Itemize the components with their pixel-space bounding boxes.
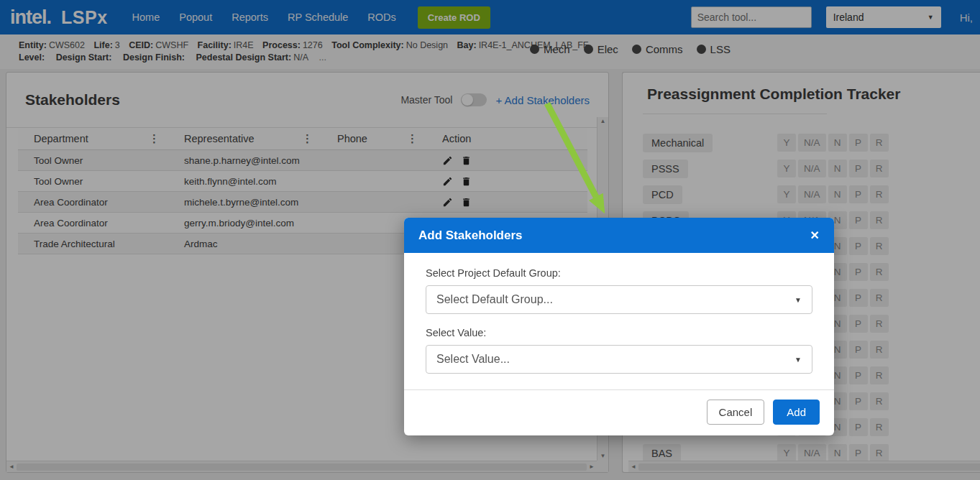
default-group-select[interactable]: Select Default Group... ▼ bbox=[426, 285, 812, 314]
modal-header: Add Stakeholders ✕ bbox=[404, 218, 834, 253]
value-label: Select Value: bbox=[426, 327, 812, 338]
modal-footer: Cancel Add bbox=[404, 389, 834, 435]
modal-body: Select Project Default Group: Select Def… bbox=[404, 253, 834, 374]
close-icon[interactable]: ✕ bbox=[810, 229, 820, 242]
default-group-select-value: Select Default Group... bbox=[436, 293, 553, 306]
add-button[interactable]: Add bbox=[773, 400, 820, 425]
cancel-button[interactable]: Cancel bbox=[707, 400, 765, 425]
add-stakeholders-modal: Add Stakeholders ✕ Select Project Defaul… bbox=[404, 218, 834, 435]
value-select[interactable]: Select Value... ▼ bbox=[426, 345, 812, 374]
modal-title: Add Stakeholders bbox=[418, 229, 523, 243]
chevron-down-icon: ▼ bbox=[794, 296, 802, 304]
chevron-down-icon: ▼ bbox=[794, 356, 802, 364]
default-group-label: Select Project Default Group: bbox=[426, 267, 812, 279]
value-select-value: Select Value... bbox=[436, 353, 510, 366]
